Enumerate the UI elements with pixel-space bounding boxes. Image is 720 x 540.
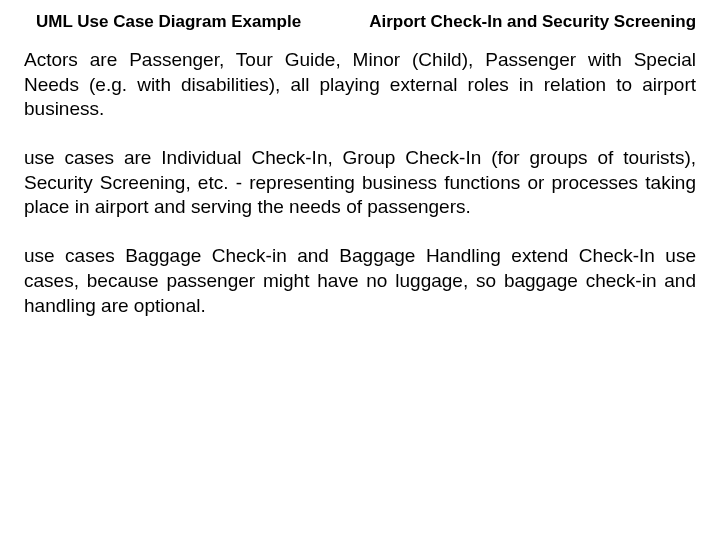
slide-body: Actors are Passenger, Tour Guide, Minor … [0,40,720,318]
paragraph-usecases: use cases are Individual Check-In, Group… [24,146,696,220]
slide-header: UML Use Case Diagram Example Airport Che… [0,0,720,40]
paragraph-actors: Actors are Passenger, Tour Guide, Minor … [24,48,696,122]
header-title-right: Airport Check-In and Security Screening [369,12,696,32]
header-title-left: UML Use Case Diagram Example [36,12,301,32]
paragraph-extends: use cases Baggage Check-in and Baggage H… [24,244,696,318]
